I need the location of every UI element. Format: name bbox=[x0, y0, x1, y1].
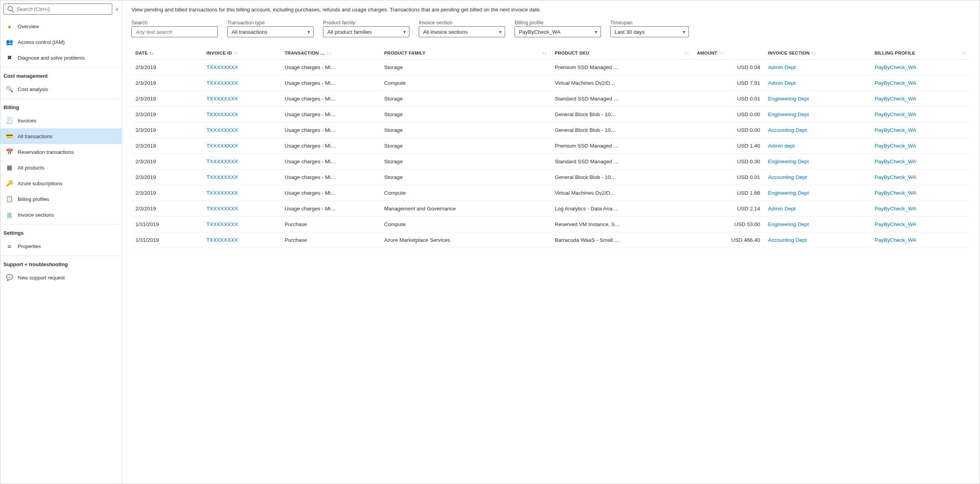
sidebar-item-cost-analysis[interactable]: 🔍Cost analysis bbox=[0, 81, 122, 97]
cell-invoice-section[interactable]: Admin dept bbox=[764, 138, 871, 154]
col-header-amount[interactable]: AMOUNT↑↓ bbox=[693, 47, 764, 60]
sidebar-item-azure-subscriptions[interactable]: 🔑Azure subscriptions bbox=[0, 175, 122, 191]
cell-invoice-section[interactable]: Engineering Dept bbox=[764, 185, 871, 201]
cell-billing-profile-link[interactable]: PayByCheck_WA bbox=[874, 206, 916, 212]
col-header-date[interactable]: DATE↑↓ bbox=[131, 47, 203, 60]
cell-invoice-id-link[interactable]: TXXXXXXXX bbox=[206, 64, 238, 70]
sidebar-item-new-support-request[interactable]: 💬New support request bbox=[0, 270, 122, 285]
cell-billing-profile[interactable]: PayByCheck_WA bbox=[871, 154, 970, 170]
cell-invoice-section-link[interactable]: Admin dept bbox=[768, 143, 795, 149]
cell-invoice-id[interactable]: TXXXXXXXX bbox=[203, 201, 281, 217]
sidebar-item-invoice-sections[interactable]: |||Invoice sections bbox=[0, 207, 122, 223]
cell-billing-profile[interactable]: PayByCheck_WA bbox=[871, 201, 970, 217]
cell-invoice-section-link[interactable]: Admin Dept bbox=[768, 64, 796, 70]
cell-invoice-id-link[interactable]: TXXXXXXXX bbox=[206, 96, 238, 102]
filter-search[interactable] bbox=[131, 26, 218, 37]
cell-invoice-section[interactable]: Admin Dept bbox=[764, 201, 871, 217]
sidebar-item-access-control-iam-[interactable]: 👥Access control (IAM) bbox=[0, 34, 122, 50]
cell-invoice-id[interactable]: TXXXXXXXX bbox=[203, 170, 281, 185]
cell-invoice-section[interactable]: Admin Dept bbox=[764, 60, 871, 75]
cell-invoice-id[interactable]: TXXXXXXXX bbox=[203, 75, 281, 91]
cell-invoice-section[interactable]: Admin Dept bbox=[764, 75, 871, 91]
cell-invoice-id-link[interactable]: TXXXXXXXX bbox=[206, 111, 238, 117]
filter-transaction-type[interactable]: All transactions ▾ bbox=[227, 26, 314, 37]
cell-invoice-section[interactable]: Engineering Dept bbox=[764, 91, 871, 107]
col-header-invoice-id[interactable]: INVOICE ID↑↓ bbox=[203, 47, 281, 60]
cell-invoice-id[interactable]: TXXXXXXXX bbox=[203, 60, 281, 75]
cell-invoice-section-link[interactable]: Accounting Dept bbox=[768, 174, 807, 180]
cell-invoice-section[interactable]: Engineering Dept bbox=[764, 217, 871, 232]
sidebar-item-billing-profiles[interactable]: 📋Billing profiles bbox=[0, 191, 122, 207]
cell-billing-profile[interactable]: PayByCheck_WA bbox=[871, 122, 970, 138]
cell-invoice-id[interactable]: TXXXXXXXX bbox=[203, 217, 281, 232]
cell-billing-profile[interactable]: PayByCheck_WA bbox=[871, 138, 970, 154]
cell-billing-profile-link[interactable]: PayByCheck_WA bbox=[874, 143, 916, 149]
cell-billing-profile-link[interactable]: PayByCheck_WA bbox=[874, 96, 916, 102]
cell-billing-profile-link[interactable]: PayByCheck_WA bbox=[874, 111, 916, 117]
cell-billing-profile[interactable]: PayByCheck_WA bbox=[871, 60, 970, 75]
cell-invoice-section-link[interactable]: Admin Dept bbox=[768, 206, 796, 212]
cell-billing-profile[interactable]: PayByCheck_WA bbox=[871, 170, 970, 185]
cell-invoice-id[interactable]: TXXXXXXXX bbox=[203, 232, 281, 248]
cell-billing-profile[interactable]: PayByCheck_WA bbox=[871, 107, 970, 122]
cell-invoice-section[interactable]: Engineering Dept bbox=[764, 107, 871, 122]
sidebar-item-diagnose-and-solve-problems[interactable]: ✖Diagnose and solve problems bbox=[0, 50, 122, 66]
cell-billing-profile-link[interactable]: PayByCheck_WA bbox=[874, 80, 916, 86]
cell-invoice-section[interactable]: Engineering Dept bbox=[764, 154, 871, 170]
sidebar-item-invoices[interactable]: 🧾Invoices bbox=[0, 113, 122, 128]
collapse-sidebar-button[interactable]: « bbox=[115, 6, 119, 12]
sidebar-item-overview[interactable]: ●Overview bbox=[0, 18, 122, 34]
cell-billing-profile-link[interactable]: PayByCheck_WA bbox=[874, 174, 916, 180]
cell-invoice-id-link[interactable]: TXXXXXXXX bbox=[206, 190, 238, 196]
cell-invoice-section-link[interactable]: Admin Dept bbox=[768, 80, 796, 86]
sidebar-item-all-transactions[interactable]: 💳All transactions bbox=[0, 128, 122, 144]
cell-invoice-id-link[interactable]: TXXXXXXXX bbox=[206, 206, 238, 212]
cell-billing-profile-link[interactable]: PayByCheck_WA bbox=[874, 159, 916, 164]
cell-invoice-id[interactable]: TXXXXXXXX bbox=[203, 91, 281, 107]
filter-invoice-section[interactable]: All invoice sections ▾ bbox=[419, 26, 505, 37]
cell-invoice-section-link[interactable]: Engineering Dept bbox=[768, 96, 809, 102]
cell-billing-profile[interactable]: PayByCheck_WA bbox=[871, 91, 970, 107]
filter-product-family[interactable]: All product families ▾ bbox=[323, 26, 409, 37]
cell-invoice-id[interactable]: TXXXXXXXX bbox=[203, 185, 281, 201]
sidebar-search[interactable] bbox=[4, 4, 112, 15]
cell-invoice-section[interactable]: Accounting Dept bbox=[764, 170, 871, 185]
cell-billing-profile[interactable]: PayByCheck_WA bbox=[871, 75, 970, 91]
cell-invoice-id[interactable]: TXXXXXXXX bbox=[203, 138, 281, 154]
col-header-product-sku[interactable]: PRODUCT SKU↑↓ bbox=[551, 47, 693, 60]
cell-invoice-id-link[interactable]: TXXXXXXXX bbox=[206, 221, 238, 227]
col-header-billing-profile[interactable]: BILLING PROFILE↑↓ bbox=[871, 47, 970, 60]
cell-billing-profile-link[interactable]: PayByCheck_WA bbox=[874, 221, 916, 227]
cell-billing-profile[interactable]: PayByCheck_WA bbox=[871, 185, 970, 201]
cell-invoice-id-link[interactable]: TXXXXXXXX bbox=[206, 174, 238, 180]
sidebar-item-properties[interactable]: ≡Properties bbox=[0, 238, 122, 254]
col-header-transaction[interactable]: TRANSACTION …↑↓ bbox=[281, 47, 380, 60]
cell-invoice-section-link[interactable]: Accounting Dept bbox=[768, 127, 807, 133]
cell-invoice-id-link[interactable]: TXXXXXXXX bbox=[206, 143, 238, 149]
cell-billing-profile-link[interactable]: PayByCheck_WA bbox=[874, 127, 916, 133]
col-header-invoice-section[interactable]: INVOICE SECTION↑↓ bbox=[764, 47, 871, 60]
cell-invoice-section-link[interactable]: Engineering Dept bbox=[768, 159, 809, 164]
cell-billing-profile[interactable]: PayByCheck_WA bbox=[871, 232, 970, 248]
col-header-product-family[interactable]: PRODUCT FAMILY↑↓ bbox=[380, 47, 551, 60]
cell-invoice-id-link[interactable]: TXXXXXXXX bbox=[206, 237, 238, 243]
cell-billing-profile-link[interactable]: PayByCheck_WA bbox=[874, 237, 916, 243]
cell-invoice-section-link[interactable]: Accounting Dept bbox=[768, 237, 807, 243]
filter-timespan[interactable]: Last 30 days ▾ bbox=[610, 26, 689, 37]
cell-invoice-section-link[interactable]: Engineering Dept bbox=[768, 221, 809, 227]
sidebar-item-all-products[interactable]: ▦All products bbox=[0, 160, 122, 175]
filter-billing-profile[interactable]: PayByCheck_WA ▾ bbox=[515, 26, 601, 37]
cell-invoice-id-link[interactable]: TXXXXXXXX bbox=[206, 159, 238, 164]
cell-invoice-id-link[interactable]: TXXXXXXXX bbox=[206, 127, 238, 133]
filter-search-input[interactable] bbox=[136, 29, 206, 35]
cell-billing-profile-link[interactable]: PayByCheck_WA bbox=[874, 190, 916, 196]
cell-invoice-id[interactable]: TXXXXXXXX bbox=[203, 122, 281, 138]
cell-invoice-section-link[interactable]: Engineering Dept bbox=[768, 111, 809, 117]
cell-billing-profile[interactable]: PayByCheck_WA bbox=[871, 217, 970, 232]
cell-billing-profile-link[interactable]: PayByCheck_WA bbox=[874, 64, 916, 70]
sidebar-search-input[interactable] bbox=[16, 6, 109, 12]
cell-invoice-id[interactable]: TXXXXXXXX bbox=[203, 107, 281, 122]
cell-invoice-id[interactable]: TXXXXXXXX bbox=[203, 154, 281, 170]
cell-invoice-section[interactable]: Accounting Dept bbox=[764, 122, 871, 138]
cell-invoice-section[interactable]: Accounting Dept bbox=[764, 232, 871, 248]
